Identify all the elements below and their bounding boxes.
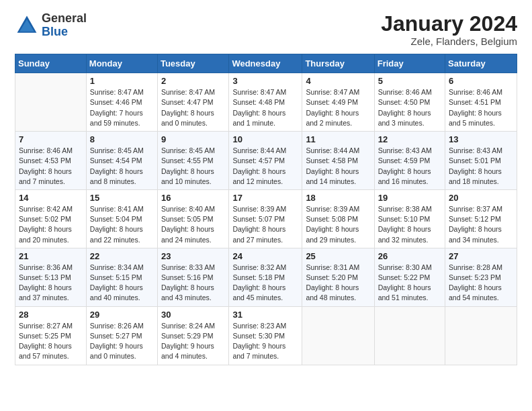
- day-detail: Sunrise: 8:44 AM Sunset: 4:58 PM Dayligh…: [306, 146, 370, 187]
- day-detail: Sunrise: 8:43 AM Sunset: 4:59 PM Dayligh…: [378, 146, 441, 187]
- day-detail: Sunrise: 8:30 AM Sunset: 5:22 PM Dayligh…: [378, 263, 441, 304]
- day-number: 10: [232, 134, 298, 144]
- day-number: 5: [378, 76, 441, 86]
- day-number: 13: [449, 134, 513, 144]
- calendar-cell: 16Sunrise: 8:40 AM Sunset: 5:05 PM Dayli…: [157, 189, 228, 248]
- header-friday: Friday: [374, 54, 445, 73]
- calendar-cell: 8Sunrise: 8:45 AM Sunset: 4:54 PM Daylig…: [86, 132, 157, 190]
- day-number: 1: [90, 76, 154, 86]
- day-number: 22: [90, 251, 154, 261]
- calendar-cell: 9Sunrise: 8:45 AM Sunset: 4:55 PM Daylig…: [157, 132, 228, 190]
- calendar-cell: 1Sunrise: 8:47 AM Sunset: 4:46 PM Daylig…: [86, 73, 157, 132]
- calendar-cell: 26Sunrise: 8:30 AM Sunset: 5:22 PM Dayli…: [374, 248, 445, 306]
- calendar-cell: [302, 306, 374, 365]
- day-number: 19: [378, 193, 441, 203]
- day-number: 8: [90, 134, 154, 144]
- calendar-cell: 22Sunrise: 8:34 AM Sunset: 5:15 PM Dayli…: [86, 248, 157, 306]
- calendar-cell: 21Sunrise: 8:36 AM Sunset: 5:13 PM Dayli…: [15, 248, 87, 306]
- calendar-cell: [15, 73, 87, 132]
- logo-blue-label: Blue: [42, 26, 87, 39]
- day-number: 21: [19, 251, 83, 261]
- day-number: 7: [19, 134, 83, 144]
- day-number: 2: [161, 76, 225, 86]
- title-block: January 2024 Zele, Flanders, Belgium: [381, 12, 517, 47]
- day-number: 30: [161, 310, 225, 320]
- month-year-title: January 2024: [381, 12, 517, 36]
- calendar-cell: 29Sunrise: 8:26 AM Sunset: 5:27 PM Dayli…: [86, 306, 157, 365]
- day-detail: Sunrise: 8:45 AM Sunset: 4:55 PM Dayligh…: [161, 146, 225, 187]
- day-detail: Sunrise: 8:32 AM Sunset: 5:18 PM Dayligh…: [232, 263, 298, 304]
- logo-icon: [15, 13, 39, 38]
- day-detail: Sunrise: 8:47 AM Sunset: 4:47 PM Dayligh…: [161, 87, 225, 128]
- day-detail: Sunrise: 8:37 AM Sunset: 5:12 PM Dayligh…: [449, 204, 513, 245]
- calendar-table: Sunday Monday Tuesday Wednesday Thursday…: [15, 54, 517, 365]
- day-detail: Sunrise: 8:40 AM Sunset: 5:05 PM Dayligh…: [161, 204, 225, 245]
- calendar-cell: 7Sunrise: 8:46 AM Sunset: 4:53 PM Daylig…: [15, 132, 87, 190]
- header-sunday: Sunday: [15, 54, 87, 73]
- calendar-cell: 4Sunrise: 8:47 AM Sunset: 4:49 PM Daylig…: [302, 73, 374, 132]
- day-detail: Sunrise: 8:24 AM Sunset: 5:29 PM Dayligh…: [161, 321, 225, 362]
- day-number: 20: [449, 193, 513, 203]
- header-monday: Monday: [86, 54, 157, 73]
- day-number: 12: [378, 134, 441, 144]
- day-number: 18: [306, 193, 370, 203]
- calendar-week-row: 1Sunrise: 8:47 AM Sunset: 4:46 PM Daylig…: [15, 73, 517, 132]
- calendar-cell: 31Sunrise: 8:23 AM Sunset: 5:30 PM Dayli…: [229, 306, 302, 365]
- logo-text: General Blue: [42, 12, 87, 39]
- day-detail: Sunrise: 8:39 AM Sunset: 5:08 PM Dayligh…: [306, 204, 370, 245]
- calendar-cell: 11Sunrise: 8:44 AM Sunset: 4:58 PM Dayli…: [302, 132, 374, 190]
- calendar-cell: 30Sunrise: 8:24 AM Sunset: 5:29 PM Dayli…: [157, 306, 228, 365]
- calendar-cell: 14Sunrise: 8:42 AM Sunset: 5:02 PM Dayli…: [15, 189, 87, 248]
- calendar-cell: 23Sunrise: 8:33 AM Sunset: 5:16 PM Dayli…: [157, 248, 228, 306]
- day-detail: Sunrise: 8:28 AM Sunset: 5:23 PM Dayligh…: [449, 263, 513, 304]
- calendar-cell: 18Sunrise: 8:39 AM Sunset: 5:08 PM Dayli…: [302, 189, 374, 248]
- day-detail: Sunrise: 8:36 AM Sunset: 5:13 PM Dayligh…: [19, 263, 83, 304]
- day-detail: Sunrise: 8:23 AM Sunset: 5:30 PM Dayligh…: [232, 321, 298, 362]
- day-detail: Sunrise: 8:34 AM Sunset: 5:15 PM Dayligh…: [90, 263, 154, 304]
- header-thursday: Thursday: [302, 54, 374, 73]
- header-wednesday: Wednesday: [229, 54, 302, 73]
- day-number: 31: [232, 310, 298, 320]
- day-number: 25: [306, 251, 370, 261]
- calendar-week-row: 28Sunrise: 8:27 AM Sunset: 5:25 PM Dayli…: [15, 306, 517, 365]
- calendar-cell: 20Sunrise: 8:37 AM Sunset: 5:12 PM Dayli…: [445, 189, 517, 248]
- calendar-cell: 12Sunrise: 8:43 AM Sunset: 4:59 PM Dayli…: [374, 132, 445, 190]
- day-detail: Sunrise: 8:47 AM Sunset: 4:49 PM Dayligh…: [306, 87, 370, 128]
- day-detail: Sunrise: 8:45 AM Sunset: 4:54 PM Dayligh…: [90, 146, 154, 187]
- day-detail: Sunrise: 8:47 AM Sunset: 4:46 PM Dayligh…: [90, 87, 154, 128]
- day-number: 11: [306, 134, 370, 144]
- day-detail: Sunrise: 8:46 AM Sunset: 4:51 PM Dayligh…: [449, 87, 513, 128]
- day-number: 6: [449, 76, 513, 86]
- header-saturday: Saturday: [445, 54, 517, 73]
- day-detail: Sunrise: 8:39 AM Sunset: 5:07 PM Dayligh…: [232, 204, 298, 245]
- day-number: 14: [19, 193, 83, 203]
- calendar-cell: 27Sunrise: 8:28 AM Sunset: 5:23 PM Dayli…: [445, 248, 517, 306]
- day-number: 15: [90, 193, 154, 203]
- calendar-cell: 17Sunrise: 8:39 AM Sunset: 5:07 PM Dayli…: [229, 189, 302, 248]
- day-number: 28: [19, 310, 83, 320]
- day-number: 29: [90, 310, 154, 320]
- day-detail: Sunrise: 8:42 AM Sunset: 5:02 PM Dayligh…: [19, 204, 83, 245]
- day-number: 24: [232, 251, 298, 261]
- calendar-cell: 6Sunrise: 8:46 AM Sunset: 4:51 PM Daylig…: [445, 73, 517, 132]
- day-number: 9: [161, 134, 225, 144]
- weekday-header-row: Sunday Monday Tuesday Wednesday Thursday…: [15, 54, 517, 73]
- header-tuesday: Tuesday: [157, 54, 228, 73]
- day-detail: Sunrise: 8:41 AM Sunset: 5:04 PM Dayligh…: [90, 204, 154, 245]
- calendar-cell: 3Sunrise: 8:47 AM Sunset: 4:48 PM Daylig…: [229, 73, 302, 132]
- calendar-week-row: 21Sunrise: 8:36 AM Sunset: 5:13 PM Dayli…: [15, 248, 517, 306]
- logo-general-label: General: [42, 12, 87, 26]
- day-detail: Sunrise: 8:33 AM Sunset: 5:16 PM Dayligh…: [161, 263, 225, 304]
- day-detail: Sunrise: 8:43 AM Sunset: 5:01 PM Dayligh…: [449, 146, 513, 187]
- day-detail: Sunrise: 8:44 AM Sunset: 4:57 PM Dayligh…: [232, 146, 298, 187]
- day-number: 27: [449, 251, 513, 261]
- page: General Blue January 2024 Zele, Flanders…: [0, 0, 532, 411]
- calendar-cell: 25Sunrise: 8:31 AM Sunset: 5:20 PM Dayli…: [302, 248, 374, 306]
- location-label: Zele, Flanders, Belgium: [381, 36, 517, 47]
- day-detail: Sunrise: 8:38 AM Sunset: 5:10 PM Dayligh…: [378, 204, 441, 245]
- calendar-cell: [445, 306, 517, 365]
- day-detail: Sunrise: 8:26 AM Sunset: 5:27 PM Dayligh…: [90, 321, 154, 362]
- day-number: 17: [232, 193, 298, 203]
- day-number: 16: [161, 193, 225, 203]
- day-detail: Sunrise: 8:46 AM Sunset: 4:53 PM Dayligh…: [19, 146, 83, 187]
